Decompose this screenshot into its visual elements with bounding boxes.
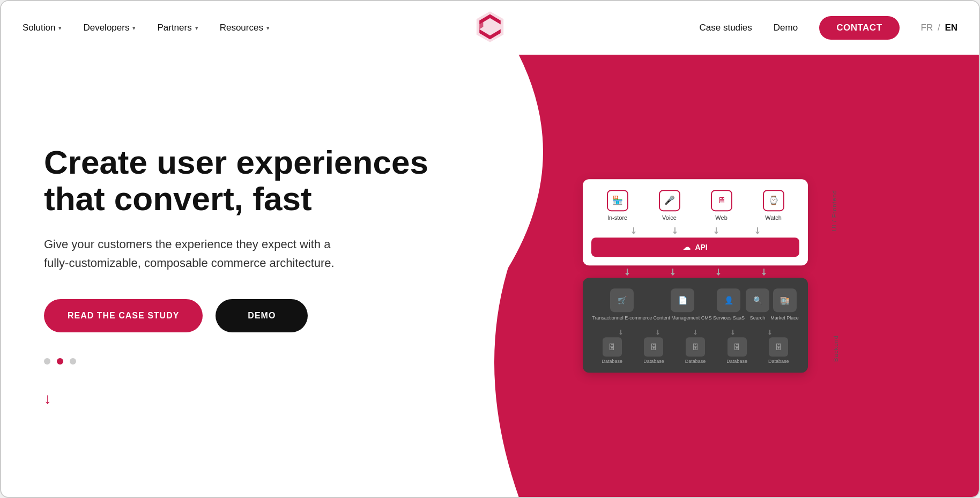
database-list: 🗄 Database 🗄 Database 🗄 Database 🗄: [591, 337, 799, 364]
saas-icon: 👤: [717, 288, 740, 312]
voice-icon: 🎤: [659, 190, 680, 211]
nav-partners-label: Partners: [157, 23, 191, 33]
nav-case-studies[interactable]: Case studies: [700, 23, 752, 33]
services-list: 🛒 Transactionnel E-commerce 📄 Content Ma…: [591, 288, 799, 322]
voice-label: Voice: [662, 214, 677, 221]
db-2-icon: 🗄: [644, 337, 663, 356]
read-case-study-button[interactable]: READ THE CASE STUDY: [44, 299, 203, 332]
nav-solution-label: Solution: [23, 23, 55, 33]
dot-3[interactable]: [70, 358, 76, 365]
instore-icon: 🏪: [607, 190, 628, 211]
developers-chevron-icon: ▾: [132, 25, 136, 32]
navbar: Solution ▾ Developers ▾ Partners ▾ Resou…: [1, 1, 979, 55]
db-5-icon: 🗄: [769, 337, 788, 356]
db-2: 🗄 Database: [643, 337, 664, 364]
hero-left: Create user experiences that convert, fa…: [1, 55, 509, 497]
cms-label: Content Management CMS: [654, 315, 712, 322]
hero-section: Create user experiences that convert, fa…: [1, 55, 979, 497]
nav-developers[interactable]: Developers ▾: [83, 23, 136, 33]
db-1-icon: 🗄: [603, 337, 622, 356]
language-toggle[interactable]: FR / EN: [921, 23, 957, 33]
marketplace-icon: 🏬: [773, 288, 797, 312]
saas-label: Services SaaS: [713, 315, 745, 322]
channel-instore: 🏪 In-store: [607, 190, 628, 221]
page-wrapper: Solution ▾ Developers ▾ Partners ▾ Resou…: [0, 0, 980, 498]
lang-en[interactable]: EN: [945, 23, 957, 33]
nav-right: Case studies Demo CONTACT FR / EN: [700, 16, 957, 40]
db-3-label: Database: [685, 359, 706, 364]
partners-chevron-icon: ▾: [195, 25, 198, 32]
service-marketplace: 🏬 Market Place: [770, 288, 799, 322]
nav-demo-label: Demo: [774, 23, 798, 33]
db-1: 🗄 Database: [602, 337, 623, 364]
dot-1[interactable]: [44, 358, 50, 365]
carousel-dots: [44, 358, 466, 365]
nav-resources[interactable]: Resources ▾: [220, 23, 270, 33]
lang-separator: /: [938, 23, 942, 33]
ecommerce-icon: 🛒: [610, 288, 634, 312]
channel-list: 🏪 In-store 🎤 Voice 🖥 Web ⌚: [591, 190, 799, 221]
search-icon: 🔍: [746, 288, 769, 312]
watch-label: Watch: [765, 214, 782, 221]
channel-voice: 🎤 Voice: [659, 190, 680, 221]
nav-resources-label: Resources: [220, 23, 263, 33]
solution-chevron-icon: ▾: [58, 25, 62, 32]
nav-developers-label: Developers: [83, 23, 129, 33]
service-cms: 📄 Content Management CMS: [654, 288, 712, 322]
web-label: Web: [715, 214, 727, 221]
channel-watch: ⌚ Watch: [763, 190, 784, 221]
nav-left: Solution ▾ Developers ▾ Partners ▾ Resou…: [23, 23, 270, 33]
logo[interactable]: [471, 8, 509, 48]
service-search: 🔍 Search: [746, 288, 769, 322]
db-4-icon: 🗄: [727, 337, 747, 356]
ecommerce-label: Transactionnel E-commerce: [592, 315, 652, 322]
db-2-label: Database: [643, 359, 664, 364]
demo-button[interactable]: DEMO: [216, 299, 308, 332]
lang-fr[interactable]: FR: [921, 23, 933, 33]
db-4: 🗄 Database: [726, 337, 747, 364]
nav-case-studies-label: Case studies: [700, 23, 752, 33]
backend-layer: 🛒 Transactionnel E-commerce 📄 Content Ma…: [583, 278, 808, 373]
channel-web: 🖥 Web: [711, 190, 732, 221]
api-bar: ☁ API: [591, 237, 799, 257]
service-saas: 👤 Services SaaS: [713, 288, 745, 322]
db-3-icon: 🗄: [686, 337, 705, 356]
scroll-down-arrow[interactable]: ↓: [44, 390, 466, 407]
label-backend: Backend: [833, 336, 839, 362]
api-cloud-icon: ☁: [683, 243, 691, 251]
hero-title: Create user experiences that convert, fa…: [44, 144, 466, 217]
watch-icon: ⌚: [763, 190, 784, 211]
search-label: Search: [750, 315, 766, 322]
db-5: 🗄 Database: [768, 337, 789, 364]
dot-2[interactable]: [57, 358, 63, 365]
api-label: API: [695, 243, 707, 251]
marketplace-label: Market Place: [770, 315, 799, 322]
label-ui-frontend: UI / Frontend: [831, 190, 837, 231]
nav-demo[interactable]: Demo: [774, 23, 798, 33]
nav-partners[interactable]: Partners ▾: [157, 23, 198, 33]
instore-label: In-store: [607, 214, 627, 221]
db-5-label: Database: [768, 359, 789, 364]
resources-chevron-icon: ▾: [266, 25, 270, 32]
hero-buttons: READ THE CASE STUDY DEMO: [44, 299, 466, 332]
db-1-label: Database: [602, 359, 623, 364]
frontend-layer: 🏪 In-store 🎤 Voice 🖥 Web ⌚: [583, 179, 808, 265]
cms-icon: 📄: [671, 288, 694, 312]
db-4-label: Database: [726, 359, 747, 364]
db-3: 🗄 Database: [685, 337, 706, 364]
web-icon: 🖥: [711, 190, 732, 211]
contact-button[interactable]: CONTACT: [819, 16, 899, 40]
hero-subtitle: Give your customers the experience they …: [44, 235, 344, 272]
nav-solution[interactable]: Solution ▾: [23, 23, 62, 33]
service-ecommerce: 🛒 Transactionnel E-commerce: [592, 288, 652, 322]
